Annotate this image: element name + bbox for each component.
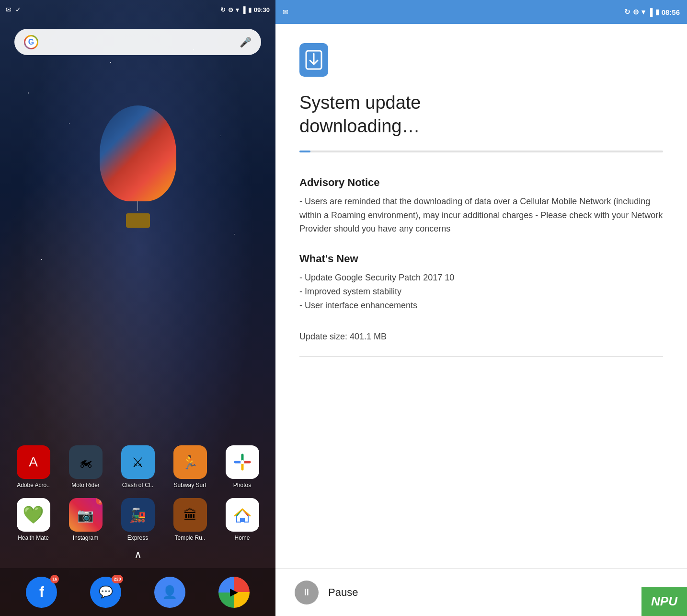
messages-badge: 220 [112,575,123,583]
subway-emoji: 🏃 [182,454,198,470]
signal-icon: ▐ [241,6,246,13]
app-label-express: Express [127,535,148,541]
app-item-photos[interactable]: Photos [218,445,266,488]
npu-badge: NPU [641,587,687,616]
app-icon-temple[interactable]: 🏛 [173,498,207,532]
app-label-instagram: Instagram [73,535,98,541]
app-item-moto[interactable]: 🏍 Moto Rider [62,445,109,488]
photos-icon-svg [233,453,252,472]
dnd-icon: ⊖ [228,6,233,13]
app-label-moto: Moto Rider [71,482,100,488]
right-sync-icon: ↻ [624,8,630,16]
app-icon-healthmate[interactable]: 💚 [17,498,50,532]
app-item-clash[interactable]: ⚔ Clash of Cl.. [114,445,161,488]
messages-icon: 💬 [99,585,113,599]
mic-icon[interactable]: 🎤 [240,36,252,48]
app-item-home[interactable]: Home [218,498,266,541]
app-item-instagram[interactable]: 📷 1 Instagram [62,498,109,541]
healthmate-emoji: 💚 [23,505,44,525]
right-panel: ✉ ↻ ⊖ ▾ ▐ ▮ 08:56 System update download… [275,0,687,616]
status-left-icons: ✉ ✓ [6,6,21,13]
facebook-icon: f [39,584,44,600]
right-status-left: ✉ [283,8,288,16]
app-grid-row2: 💚 Health Mate 📷 1 Instagram 🚂 Express [0,493,275,546]
app-grid-row1: A Adobe Acro.. 🏍 Moto Rider ⚔ Clash of C… [0,441,275,493]
wifi-icon: ▾ [236,6,239,13]
app-label-healthmate: Health Mate [18,535,49,541]
contacts-icon: 👤 [162,585,177,600]
app-label-adobe: Adobe Acro.. [17,482,50,488]
apps-area: A Adobe Acro.. 🏍 Moto Rider ⚔ Clash of C… [0,65,275,568]
moto-emoji: 🏍 [79,454,92,470]
express-emoji: 🚂 [129,507,146,523]
chevron-up-icon: ∧ [134,548,142,560]
whats-new-title: What's New [299,253,663,265]
google-logo: G [24,35,38,49]
app-icon-moto[interactable]: 🏍 [69,445,103,479]
search-bar[interactable]: G 🎤 [14,29,261,55]
play-store-icon: ▶ [230,586,238,598]
dock-facebook[interactable]: f 16 [26,577,57,608]
app-icon-home[interactable] [226,498,259,532]
time-display: 09:30 [254,6,270,13]
app-item-express[interactable]: 🚂 Express [114,498,161,541]
dock-play[interactable]: ▶ [218,577,250,608]
pause-label: Pause [328,586,358,599]
right-status-right: ↻ ⊖ ▾ ▐ ▮ 08:56 [624,8,680,16]
status-right-area: ↻ ⊖ ▾ ▐ ▮ 09:30 [220,6,270,13]
pause-icon: ⏸ [302,587,311,598]
adobe-emoji: A [29,454,38,470]
update-content: System update downloading… Advisory Noti… [275,24,687,568]
npu-text: NPU [651,594,677,608]
content-divider [299,356,663,357]
right-battery-icon: ▮ [655,8,659,16]
progress-bar-container [299,151,663,152]
download-icon-svg [305,50,322,70]
temple-emoji: 🏛 [183,507,197,523]
advisory-body: - Users are reminded that the downloadin… [299,195,663,236]
progress-bar-fill [299,151,310,152]
whats-new-item-3: - User interface enhancements [299,299,663,313]
check-icon: ✓ [15,6,21,13]
home-icon-svg [233,505,252,524]
mail-icon: ✉ [6,6,11,13]
app-label-photos: Photos [233,482,251,488]
app-icon-adobe[interactable]: A [17,445,50,479]
left-status-bar: ✉ ✓ ↻ ⊖ ▾ ▐ ▮ 09:30 [0,0,275,19]
search-input-spacer[interactable] [44,42,234,42]
clash-emoji: ⚔ [132,454,144,470]
svg-point-0 [240,460,244,464]
search-bar-container: G 🎤 [0,19,275,65]
right-time-display: 08:56 [662,8,680,16]
app-item-adobe[interactable]: A Adobe Acro.. [10,445,57,488]
update-title: System update downloading… [299,91,663,139]
app-item-subway[interactable]: 🏃 Subway Surf [166,445,214,488]
dock: f 16 💬 220 👤 ▶ [0,568,275,616]
whats-new-section: What's New - Update Google Security Patc… [299,253,663,312]
right-wifi-icon: ▾ [641,8,645,16]
pause-button[interactable]: ⏸ [295,581,319,604]
right-signal-icon: ▐ [648,8,653,16]
app-icon-instagram[interactable]: 📷 1 [69,498,103,532]
app-item-temple[interactable]: 🏛 Temple Ru.. [166,498,214,541]
right-dnd-icon: ⊖ [633,8,639,16]
left-panel: ✉ ✓ ↻ ⊖ ▾ ▐ ▮ 09:30 G 🎤 A [0,0,275,616]
advisory-section: Advisory Notice - Users are reminded tha… [299,176,663,236]
app-icon-photos[interactable] [226,445,259,479]
app-icon-subway[interactable]: 🏃 [173,445,207,479]
app-item-healthmate[interactable]: 💚 Health Mate [10,498,57,541]
instagram-emoji: 📷 [77,507,94,523]
app-icon-clash[interactable]: ⚔ [121,445,155,479]
whats-new-item-2: - Improved system stability [299,285,663,299]
dock-messages[interactable]: 💬 220 [90,577,121,608]
whats-new-body: - Update Google Security Patch 2017 10 -… [299,271,663,312]
action-bar: ⏸ Pause NPU [275,568,687,616]
app-label-temple: Temple Ru.. [174,535,205,541]
app-label-subway: Subway Surf [173,482,206,488]
dock-contacts[interactable]: 👤 [154,577,185,608]
advisory-title: Advisory Notice [299,176,663,189]
app-icon-express[interactable]: 🚂 [121,498,155,532]
app-drawer-chevron[interactable]: ∧ [0,546,275,563]
update-title-text: System update downloading… [299,93,421,136]
download-icon-box [299,43,328,77]
